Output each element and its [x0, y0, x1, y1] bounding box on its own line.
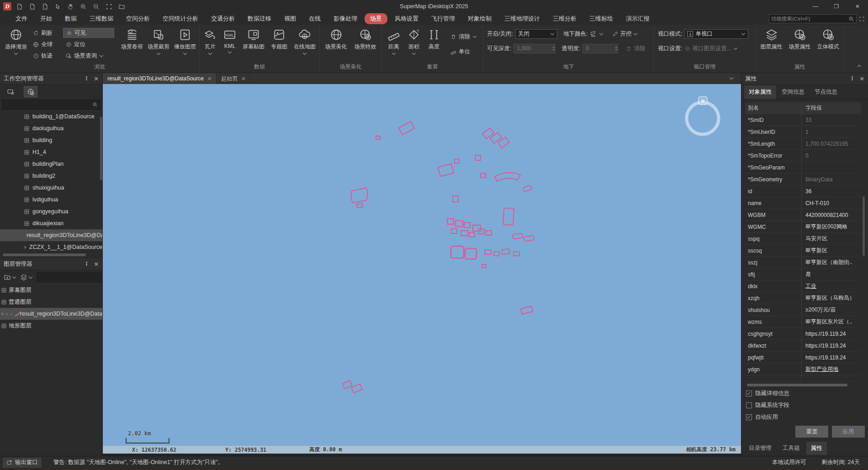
building-outline[interactable]	[495, 173, 520, 181]
building-outline[interactable]	[473, 225, 481, 231]
checkbox[interactable]	[746, 402, 752, 408]
export-data-icon[interactable]	[40, 1, 50, 11]
menu-tab-文件[interactable]: 文件	[10, 13, 33, 24]
table-row[interactable]: nameCH-T-010	[745, 197, 861, 209]
opacity-spinner[interactable]: 0▴▾	[582, 44, 618, 53]
layer-search-input[interactable]	[37, 274, 112, 280]
menu-tab-空间分析[interactable]: 空间分析	[121, 13, 155, 24]
chevron-down-icon[interactable]	[599, 32, 603, 35]
viewport-mode-dropdown[interactable]: 1单视口	[684, 29, 748, 39]
dig-button[interactable]: 开挖	[612, 28, 638, 39]
close-panel-icon[interactable]: ✕	[860, 75, 864, 82]
checkbox[interactable]: ✓	[746, 391, 752, 396]
select-roam-button[interactable]: 选择漫游	[2, 26, 30, 62]
underground-clear-button[interactable]: 清除	[626, 43, 645, 54]
stereo-mode-button[interactable]: 立体模式	[814, 26, 842, 62]
workspace-item[interactable]: lvdiguihua	[0, 194, 102, 206]
option-隐藏详细信息[interactable]: ✓隐藏详细信息	[746, 388, 789, 398]
locate-button[interactable]: 定位	[63, 39, 119, 49]
save-workspace-icon[interactable]	[14, 1, 24, 11]
building-outline[interactable]	[465, 248, 476, 259]
table-row[interactable]: *SmUserID1	[745, 126, 861, 138]
workspace-item[interactable]: building_1@DataSource	[0, 111, 102, 122]
workspace-item[interactable]: building	[0, 134, 102, 146]
function-search-input[interactable]	[769, 16, 848, 21]
workspace-item[interactable]: dikuaijiexian	[0, 217, 102, 229]
table-row[interactable]: sscsq翠亨新区	[745, 245, 861, 257]
menu-tab-在线[interactable]: 在线	[303, 13, 326, 24]
layer-group-icon[interactable]	[20, 272, 33, 283]
table-row[interactable]: WGBM44200000821400	[745, 209, 861, 221]
prop-tab-对象属性[interactable]: 对象属性	[744, 85, 776, 99]
compass-icon[interactable]: N	[677, 92, 728, 143]
building-outline[interactable]	[482, 264, 486, 268]
building-outline[interactable]	[455, 220, 463, 227]
layer-item[interactable]: 地形图层	[0, 320, 102, 332]
building-outline[interactable]	[486, 231, 492, 235]
screen-overlay-button[interactable]: 屏幕贴图	[239, 26, 268, 62]
table-row[interactable]: shuishou≥200万元/亩	[745, 304, 861, 316]
building-outline[interactable]	[523, 185, 532, 192]
menu-tab-交通分析[interactable]: 交通分析	[206, 13, 240, 24]
measure-height-button[interactable]: 高度	[424, 26, 444, 62]
building-outline[interactable]	[513, 252, 519, 256]
pan-hand-icon[interactable]	[65, 1, 75, 11]
prop-tab-节点信息[interactable]: 节点信息	[810, 85, 842, 99]
table-row[interactable]: sftj是	[745, 269, 861, 280]
map-tab[interactable]: 起始页✕	[217, 73, 250, 84]
zoom-in-icon[interactable]	[78, 1, 88, 11]
workspace-item[interactable]: buildingPlan	[0, 158, 102, 170]
scene-query-button[interactable]: 场景查询	[63, 51, 119, 61]
menu-tab-风格设置[interactable]: 风格设置	[389, 13, 424, 24]
play-layer-button[interactable]: 播放图层	[172, 26, 198, 62]
close-button[interactable]: ✕	[847, 0, 868, 13]
menu-tab-三维标绘[interactable]: 三维标绘	[584, 13, 619, 24]
table-row[interactable]: dkfwxzthttps://19.119.24	[745, 340, 861, 352]
expand-search-icon[interactable]	[859, 16, 865, 22]
close-panel-icon[interactable]: ✕	[94, 75, 99, 82]
selectable-icon[interactable]	[5, 311, 8, 317]
workspace-item[interactable]: H1_4	[0, 146, 102, 158]
prop-tab-空间信息[interactable]: 空间信息	[777, 85, 809, 99]
building-outline[interactable]	[399, 121, 414, 135]
workspace-hscrollbar[interactable]	[0, 253, 102, 257]
table-row[interactable]: *SmLength1,700.074229195	[745, 138, 861, 150]
pin-icon[interactable]	[849, 76, 855, 82]
table-row[interactable]: sszj翠亨新区（南朗街..	[745, 257, 861, 269]
zoom-out-icon[interactable]	[91, 1, 101, 11]
table-row[interactable]: ydgn新型产业用地	[745, 364, 861, 375]
workspace-scene-icon[interactable]	[24, 86, 37, 97]
bottom-tab-目录管理[interactable]: 目录管理	[744, 442, 776, 455]
measure-clear-button[interactable]: 清除	[448, 32, 480, 42]
reset-button[interactable]: 重置	[795, 426, 828, 438]
table-row[interactable]: *SmGeoParam	[745, 162, 861, 174]
scene-beautify-button[interactable]: 场景美化	[322, 26, 351, 62]
collapse-ribbon-icon[interactable]	[857, 65, 861, 69]
menu-tab-影像处理[interactable]: 影像处理	[328, 13, 363, 24]
layer-item[interactable]: result_region3DToLine3D@Data	[0, 308, 102, 320]
bottom-tab-属性[interactable]: 属性	[806, 442, 827, 455]
add-layer-icon[interactable]	[4, 272, 16, 283]
menu-tab-飞行管理[interactable]: 飞行管理	[426, 13, 460, 24]
scene-effects-button[interactable]: 场景特效	[351, 26, 380, 62]
table-row[interactable]: xzqh翠亨新区（马鞍岛）	[745, 292, 861, 304]
menu-tab-三维数据[interactable]: 三维数据	[84, 13, 119, 24]
building-outline[interactable]	[376, 136, 381, 140]
building-outline[interactable]	[502, 249, 509, 254]
function-search[interactable]	[769, 14, 857, 23]
layer-item[interactable]: 普通图层	[0, 296, 102, 308]
menu-tab-演示汇报[interactable]: 演示汇报	[620, 13, 655, 24]
full-extent-icon[interactable]	[104, 1, 114, 11]
pin-icon[interactable]	[84, 261, 90, 267]
building-outline[interactable]	[356, 203, 362, 208]
workspace-item[interactable]: result_region3DToLine3D@Dat	[0, 229, 102, 241]
workspace-item[interactable]: building2	[0, 170, 102, 182]
option-隐藏系统字段[interactable]: 隐藏系统字段	[746, 400, 789, 410]
building-outline[interactable]	[447, 219, 454, 224]
table-row[interactable]: sspq马安片区	[745, 233, 861, 245]
select-cursor-icon[interactable]	[53, 1, 63, 11]
menu-tab-场景[interactable]: 场景	[365, 13, 387, 24]
table-row[interactable]: *SmGeometryBinaryData	[745, 174, 861, 185]
measure-area-button[interactable]: 面积	[404, 26, 424, 62]
visible-depth-spinner[interactable]: 1,000▴▾	[513, 44, 556, 53]
